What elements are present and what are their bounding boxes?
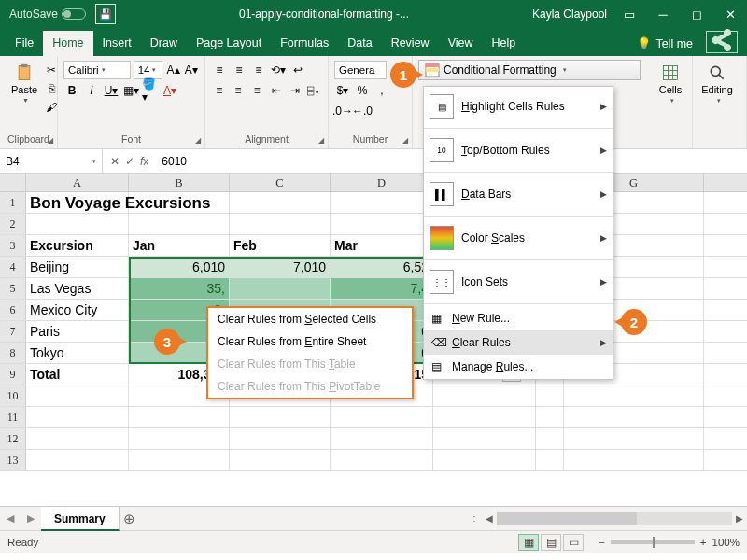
zoom-out-button[interactable]: − [599,537,605,548]
bold-button[interactable]: B [63,82,80,99]
add-sheet-button[interactable]: ⊕ [120,511,140,527]
data-bars-icon: ▌▌ [430,182,454,206]
col-header[interactable]: B [129,174,230,191]
merge-button[interactable]: ⌸▾ [306,82,322,99]
tab-view[interactable]: View [439,31,483,56]
underline-button[interactable]: U▾ [103,82,120,99]
increase-font-button[interactable]: A▴ [165,62,180,78]
cell[interactable]: Bon Voyage Excursions [26,192,129,213]
menu-data-bars[interactable]: ▌▌Data Bars▶ [424,175,613,214]
ribbon-display-options[interactable]: ▭ [613,0,646,28]
menu-highlight-cells-rules[interactable]: ▤Highlight Cells Rules▶ [424,87,613,126]
borders-button[interactable]: ▦▾ [122,82,139,99]
close-button[interactable]: ✕ [713,0,747,28]
view-page-layout-button[interactable]: ▤ [541,534,561,551]
comma-format-button[interactable]: , [374,82,390,99]
decrease-font-button[interactable]: A▾ [184,62,199,78]
decrease-decimal-button[interactable]: ←.0 [354,103,371,119]
tab-formulas[interactable]: Formulas [271,31,338,56]
minimize-button[interactable]: ─ [646,0,680,28]
zoom-slider[interactable] [611,540,695,544]
insert-function-icon[interactable]: fx [140,155,148,168]
menu-clear-rules[interactable]: ⌫Clear Rules▶ [424,330,613,355]
decrease-indent-button[interactable]: ⇤ [268,82,284,99]
tell-me[interactable]: 💡 Tell me [627,31,702,56]
menu-top-bottom-rules[interactable]: 10Top/Bottom Rules▶ [424,131,613,170]
horizontal-scrollbar[interactable]: :◀▶ [467,511,747,527]
align-right-button[interactable]: ≡ [249,82,265,99]
tab-data[interactable]: Data [338,31,381,56]
autosave-toggle[interactable]: AutoSave [9,7,86,21]
font-color-button[interactable]: A▾ [162,82,178,99]
tab-help[interactable]: Help [483,31,526,56]
clipboard-label: Clipboard [7,133,49,145]
view-page-break-button[interactable]: ▭ [563,534,584,551]
align-middle-button[interactable]: ≡ [231,62,247,78]
enter-formula-icon[interactable]: ✓ [125,155,134,168]
tab-home[interactable]: Home [43,31,92,56]
toggle-off-icon[interactable] [62,8,86,20]
cells-label: Cells [659,84,682,95]
group-clipboard: Paste▼ ✂ ⎘ 🖌 Clipboard◢ [0,56,58,148]
tab-page-layout[interactable]: Page Layout [187,31,271,56]
cell[interactable]: Excursion [26,235,129,256]
increase-indent-button[interactable]: ⇥ [287,82,303,99]
sheet-nav-prev[interactable]: ◀ [0,512,21,525]
tab-draw[interactable]: Draw [141,31,187,56]
col-header[interactable]: D [331,174,433,191]
tab-file[interactable]: File [6,31,43,56]
font-name-select[interactable]: Calibri▾ [63,61,131,79]
callout-2: 2 [621,309,647,335]
sheet-nav-next[interactable]: ▶ [21,512,41,525]
cut-button[interactable]: ✂ [43,62,60,78]
orientation-button[interactable]: ⟲▾ [270,62,287,78]
sheet-tab-summary[interactable]: Summary [41,507,120,531]
color-scales-icon [430,226,454,250]
menu-color-scales[interactable]: Color Scales▶ [424,218,613,258]
accounting-format-button[interactable]: $▾ [334,82,351,99]
align-left-button[interactable]: ≡ [211,82,227,99]
copy-button[interactable]: ⎘ [43,80,60,97]
align-top-button[interactable]: ≡ [211,62,228,78]
user-name[interactable]: Kayla Claypool [532,7,607,21]
restore-button[interactable]: ◻ [680,0,713,28]
clear-rules-this-pivottable: Clear Rules from This PivotTable [208,375,412,398]
menu-icon-sets[interactable]: ⋮⋮Icon Sets▶ [424,262,613,301]
row-header[interactable]: 1 [0,192,26,213]
clear-rules-this-table: Clear Rules from This Table [208,353,412,375]
align-center-button[interactable]: ≡ [230,82,246,99]
font-label: Font [121,133,141,145]
number-format-select[interactable]: Genera [334,61,387,79]
wrap-text-button[interactable]: ↩ [289,62,306,78]
clear-rules-selected-cells[interactable]: Clear Rules from Selected Cells [208,308,412,330]
font-size-select[interactable]: 14▾ [134,61,163,79]
italic-button[interactable]: I [83,82,100,99]
zoom-in-button[interactable]: + [700,537,707,548]
format-painter-button[interactable]: 🖌 [43,99,60,116]
clear-rules-entire-sheet[interactable]: Clear Rules from Entire Sheet [208,330,412,353]
align-bottom-button[interactable]: ≡ [250,62,267,78]
view-normal-button[interactable]: ▦ [518,534,539,551]
svg-rect-1 [21,64,28,67]
cancel-formula-icon[interactable]: ✕ [110,155,120,168]
tab-review[interactable]: Review [382,31,439,56]
save-button[interactable]: 💾 [95,4,116,24]
increase-decimal-button[interactable]: .0→ [334,103,351,119]
menu-new-rule[interactable]: ▦New Rule... [424,306,613,330]
percent-format-button[interactable]: % [354,82,371,99]
col-header[interactable]: C [230,174,331,191]
editing-button[interactable]: Editing▾ [698,60,736,108]
select-all-corner[interactable] [0,174,26,191]
name-box[interactable]: B4▾ [0,149,103,174]
col-header[interactable]: A [26,174,129,191]
fill-color-button[interactable]: 🪣▾ [142,82,159,99]
conditional-formatting-button[interactable]: Conditional Formatting▾ [418,60,641,80]
paste-button[interactable]: Paste▼ [6,60,43,107]
menu-manage-rules[interactable]: ▤Manage Rules... [424,355,613,379]
share-button[interactable] [706,31,738,53]
formula-input[interactable]: 6010 [156,155,192,168]
tab-insert[interactable]: Insert [93,31,141,56]
zoom-level[interactable]: 100% [712,537,740,548]
cells-button[interactable]: Cells▾ [652,60,689,108]
group-alignment: ≡ ≡ ≡ ⟲▾ ↩ ≡ ≡ ≡ ⇤ ⇥ ⌸▾ Alignment◢ [205,56,329,148]
